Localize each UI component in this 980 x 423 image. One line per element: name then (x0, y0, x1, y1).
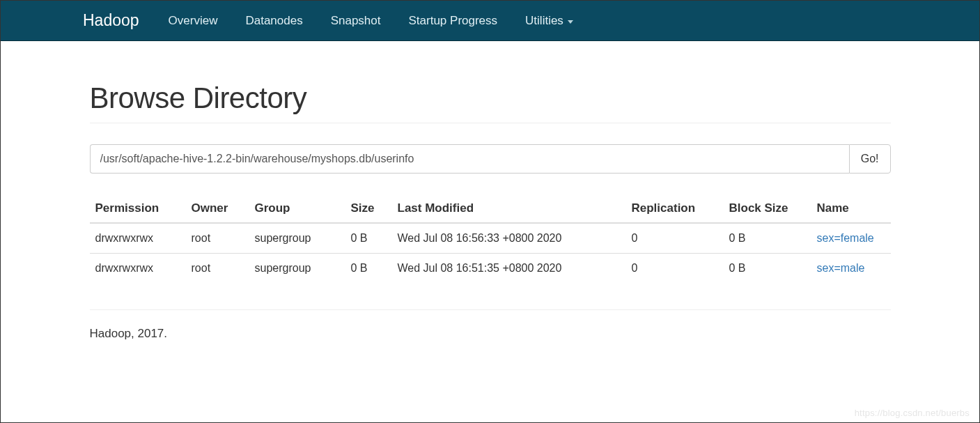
cell-group: supergroup (249, 254, 345, 284)
navbar-brand[interactable]: Hadoop (69, 1, 155, 40)
col-replication: Replication (626, 194, 724, 223)
col-owner: Owner (186, 194, 249, 223)
path-row: Go! (90, 144, 891, 174)
page-header: Browse Directory (90, 82, 891, 123)
nav-overview[interactable]: Overview (155, 2, 232, 40)
col-permission: Permission (90, 194, 186, 223)
cell-group: supergroup (249, 223, 345, 254)
directory-table: Permission Owner Group Size Last Modifie… (90, 194, 891, 283)
cell-last_modified: Wed Jul 08 16:56:33 +0800 2020 (392, 223, 626, 254)
col-size: Size (345, 194, 392, 223)
table-header-row: Permission Owner Group Size Last Modifie… (90, 194, 891, 223)
cell-size: 0 B (345, 223, 392, 254)
go-button[interactable]: Go! (849, 144, 891, 174)
cell-permission: drwxrwxrwx (90, 254, 186, 284)
main-container: Browse Directory Go! Permission Owner Gr… (79, 82, 901, 341)
cell-block_size: 0 B (724, 223, 811, 254)
nav-startup-progress[interactable]: Startup Progress (395, 2, 512, 40)
nav-utilities-label: Utilities (525, 14, 563, 28)
cell-replication: 0 (626, 254, 724, 284)
table-row: drwxrwxrwxrootsupergroup0 BWed Jul 08 16… (90, 254, 891, 284)
name-link[interactable]: sex=male (817, 262, 865, 274)
col-name: Name (811, 194, 891, 223)
footer-divider (90, 309, 891, 310)
nav-utilities[interactable]: Utilities (511, 2, 587, 40)
cell-permission: drwxrwxrwx (90, 223, 186, 254)
watermark: https://blog.csdn.net/buerbs (855, 408, 970, 418)
path-input[interactable] (90, 144, 849, 174)
cell-owner: root (186, 223, 249, 254)
col-last-modified: Last Modified (392, 194, 626, 223)
nav-snapshot[interactable]: Snapshot (317, 2, 395, 40)
footer-text: Hadoop, 2017. (90, 327, 891, 341)
navbar: Hadoop Overview Datanodes Snapshot Start… (1, 1, 979, 41)
nav-datanodes[interactable]: Datanodes (231, 2, 316, 40)
cell-owner: root (186, 254, 249, 284)
cell-size: 0 B (345, 254, 392, 284)
page-title: Browse Directory (90, 82, 891, 115)
col-group: Group (249, 194, 345, 223)
cell-last_modified: Wed Jul 08 16:51:35 +0800 2020 (392, 254, 626, 284)
cell-block_size: 0 B (724, 254, 811, 284)
cell-name: sex=male (811, 254, 891, 284)
cell-replication: 0 (626, 223, 724, 254)
name-link[interactable]: sex=female (817, 232, 874, 244)
chevron-down-icon (568, 20, 573, 24)
table-row: drwxrwxrwxrootsupergroup0 BWed Jul 08 16… (90, 223, 891, 254)
cell-name: sex=female (811, 223, 891, 254)
col-block-size: Block Size (724, 194, 811, 223)
